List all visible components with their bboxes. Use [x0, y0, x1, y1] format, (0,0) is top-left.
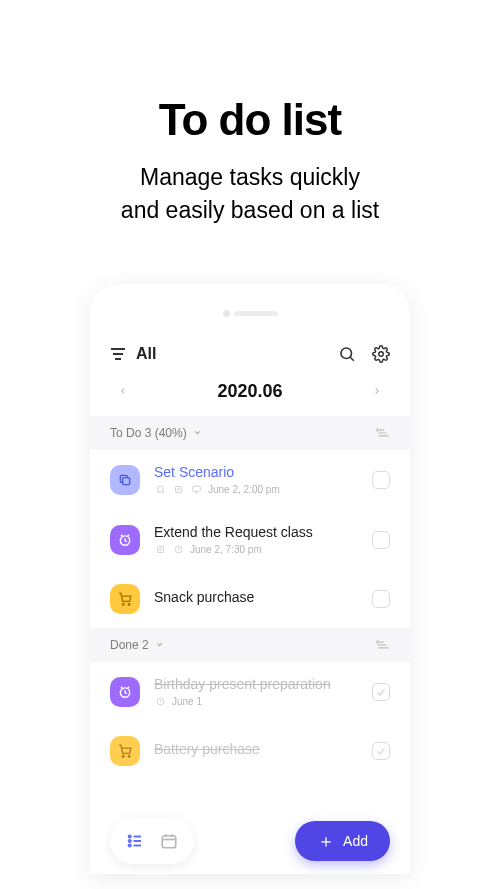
page-indicator — [90, 284, 410, 335]
sort-icon[interactable] — [376, 426, 390, 440]
task-checkbox-checked[interactable] — [372, 683, 390, 701]
chevron-left-icon[interactable] — [118, 386, 128, 396]
task-title: Birthday present preparation — [154, 676, 358, 692]
section-title-label: Done 2 — [110, 638, 149, 652]
task-row[interactable]: Battery purchase — [90, 722, 410, 780]
date-navigator: 2020.06 — [90, 373, 410, 416]
svg-point-38 — [129, 844, 131, 846]
task-title: Extend the Request class — [154, 524, 358, 540]
task-row[interactable]: Birthday present preparation June 1 — [90, 662, 410, 722]
clock-small-icon — [172, 544, 184, 556]
hero-subtitle: Manage tasks quickly and easily based on… — [0, 161, 500, 228]
task-row[interactable]: Set Scenario June 2, 2:00 pm — [90, 450, 410, 510]
svg-point-22 — [128, 603, 130, 605]
svg-line-30 — [127, 686, 129, 688]
cart-icon — [110, 736, 140, 766]
plus-icon: ＋ — [317, 829, 335, 853]
svg-point-36 — [129, 840, 131, 842]
svg-point-34 — [129, 835, 131, 837]
svg-line-1 — [350, 357, 354, 361]
bookmark-icon — [154, 484, 166, 496]
svg-point-2 — [379, 351, 384, 356]
view-toggle — [110, 818, 194, 864]
cart-icon — [110, 584, 140, 614]
phone-frame: All 2020.06 To Do 3 (40%) — [90, 284, 410, 874]
add-button[interactable]: ＋ Add — [295, 821, 390, 861]
note-icon — [154, 544, 166, 556]
filter-icon[interactable] — [110, 346, 126, 362]
task-checkbox-checked[interactable] — [372, 742, 390, 760]
task-checkbox[interactable] — [372, 590, 390, 608]
task-checkbox[interactable] — [372, 471, 390, 489]
svg-rect-17 — [157, 547, 163, 553]
notify-icon — [190, 484, 202, 496]
svg-line-15 — [121, 534, 123, 536]
task-checkbox[interactable] — [372, 531, 390, 549]
svg-point-32 — [122, 755, 124, 757]
svg-rect-40 — [162, 835, 176, 847]
task-meta: June 2, 2:00 pm — [154, 484, 358, 496]
task-meta: June 1 — [154, 696, 358, 708]
clock-icon — [110, 525, 140, 555]
section-header-done[interactable]: Done 2 — [90, 628, 410, 662]
svg-rect-10 — [192, 486, 200, 491]
chevron-right-icon[interactable] — [372, 386, 382, 396]
section-title-label: To Do 3 (40%) — [110, 426, 187, 440]
note-icon — [172, 484, 184, 496]
task-title: Battery purchase — [154, 741, 358, 757]
chevron-down-icon — [155, 640, 164, 649]
sort-icon[interactable] — [376, 638, 390, 652]
date-title[interactable]: 2020.06 — [217, 381, 282, 402]
gear-icon[interactable] — [372, 345, 390, 363]
document-icon — [110, 465, 140, 495]
svg-line-28 — [125, 692, 127, 693]
svg-rect-6 — [123, 477, 130, 484]
svg-line-14 — [125, 540, 127, 541]
task-title: Snack purchase — [154, 589, 358, 605]
filter-label[interactable]: All — [136, 345, 338, 363]
hero-title: To do list — [0, 95, 500, 145]
bottom-bar: ＋ Add — [90, 808, 410, 874]
calendar-view-icon[interactable] — [160, 832, 178, 850]
list-view-icon[interactable] — [126, 832, 144, 850]
svg-point-21 — [122, 603, 124, 605]
svg-point-0 — [341, 348, 352, 359]
svg-line-29 — [121, 686, 123, 688]
task-meta: June 2, 7:30 pm — [154, 544, 358, 556]
search-icon[interactable] — [338, 345, 356, 363]
app-header: All — [90, 335, 410, 373]
svg-rect-7 — [175, 487, 181, 493]
task-row[interactable]: Extend the Request class June 2, 7:30 pm — [90, 510, 410, 570]
svg-line-16 — [127, 534, 129, 536]
svg-point-33 — [128, 755, 130, 757]
chevron-down-icon — [193, 428, 202, 437]
section-header-todo[interactable]: To Do 3 (40%) — [90, 416, 410, 450]
task-row[interactable]: Snack purchase — [90, 570, 410, 628]
clock-icon — [110, 677, 140, 707]
clock-small-icon — [154, 696, 166, 708]
task-title: Set Scenario — [154, 464, 358, 480]
add-button-label: Add — [343, 833, 368, 849]
